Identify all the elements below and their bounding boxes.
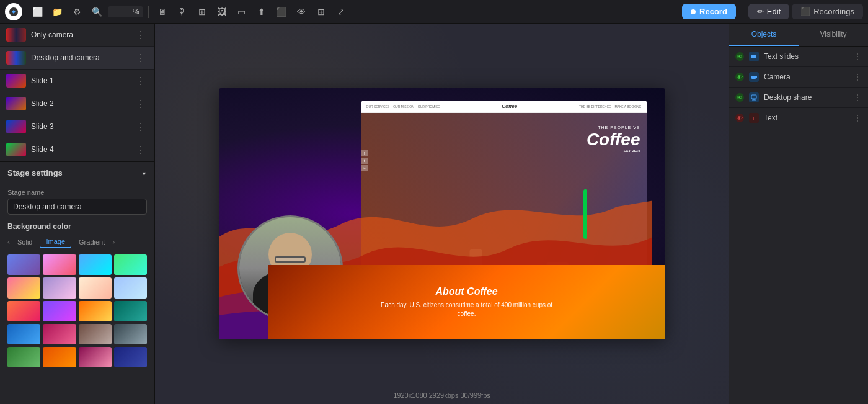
bg-tab-solid[interactable]: Solid xyxy=(11,236,38,248)
object-item-text-slides[interactable]: 👁 Text slides ⋮ xyxy=(729,47,868,67)
bg-image-10[interactable] xyxy=(43,301,76,321)
scene-thumb-slide3 xyxy=(6,120,26,133)
eye-icon-text[interactable]: 👁 xyxy=(735,114,744,122)
scene-item-slide4[interactable]: Slide 4 ⋮ xyxy=(0,138,154,161)
tool-sliders[interactable]: ⚙ xyxy=(68,3,86,20)
object-item-camera[interactable]: 👁 Camera ⋮ xyxy=(729,67,868,88)
object-menu-desktop-share[interactable]: ⋮ xyxy=(853,92,862,102)
edit-label: Edit xyxy=(767,7,781,16)
tool-expand[interactable]: ⤢ xyxy=(332,3,350,20)
nav-booking: MAKE A BOOKING xyxy=(614,105,641,109)
bg-image-11[interactable] xyxy=(79,301,112,321)
scene-item-slide3[interactable]: Slide 3 ⋮ xyxy=(0,115,154,138)
tab-visibility[interactable]: Visibility xyxy=(799,24,868,46)
bg-image-13[interactable] xyxy=(7,324,40,344)
scene-item-desktop-camera[interactable]: Desktop and camera ⋮ xyxy=(0,47,154,70)
bg-image-15[interactable] xyxy=(79,324,112,344)
tool-file[interactable]: 📁 xyxy=(48,3,66,20)
scene-dots-slide3[interactable]: ⋮ xyxy=(133,121,148,133)
object-label-text-slides: Text slides xyxy=(764,52,848,61)
tool-search[interactable]: 🔍 xyxy=(88,3,105,20)
tool-grid[interactable]: ⊞ xyxy=(312,3,330,20)
tool-select[interactable]: ⬜ xyxy=(29,3,46,20)
scene-dots-slide2[interactable]: ⋮ xyxy=(133,98,148,110)
scene-item-only-camera[interactable]: Only camera ⋮ xyxy=(0,24,154,47)
object-label-text: Text xyxy=(764,114,848,122)
tab-objects[interactable]: Objects xyxy=(729,24,799,46)
app-logo[interactable] xyxy=(5,3,22,20)
bg-prev-arrow[interactable]: ‹ xyxy=(7,238,10,246)
tool-square[interactable]: ▭ xyxy=(233,3,250,20)
object-menu-text[interactable]: ⋮ xyxy=(853,113,862,123)
tool-mic[interactable]: 🎙 xyxy=(174,3,191,20)
object-item-desktop-share[interactable]: 👁 Desktop share ⋮ xyxy=(729,88,868,108)
recordings-button[interactable]: ⬛ Recordings xyxy=(792,4,863,19)
stage-settings-panel: Stage settings Stage name Background col… xyxy=(0,161,154,404)
stage-settings-header[interactable]: Stage settings xyxy=(0,162,154,184)
bg-image-2[interactable] xyxy=(43,254,76,275)
bg-image-12[interactable] xyxy=(114,301,147,321)
scene-label-slide2: Slide 2 xyxy=(31,99,128,108)
eye-icon-camera[interactable]: 👁 xyxy=(735,73,744,81)
zoom-unit: % xyxy=(133,7,140,16)
bg-tab-gradient[interactable]: Gradient xyxy=(73,236,111,248)
toolbar-divider-1 xyxy=(148,6,149,18)
right-tabs: Objects Visibility xyxy=(729,24,868,47)
bg-image-19[interactable] xyxy=(79,347,112,367)
coffee-est: EST 2016 xyxy=(587,149,640,153)
bg-image-9[interactable] xyxy=(7,301,40,321)
bg-tab-image[interactable]: Image xyxy=(40,236,71,248)
eye-icon-desktop-share[interactable]: 👁 xyxy=(735,93,744,102)
scene-thumb-only-camera xyxy=(6,28,26,42)
tool-eye[interactable]: 👁 xyxy=(293,3,310,20)
object-icon-text-slides xyxy=(749,52,759,61)
bg-image-16[interactable] xyxy=(114,324,147,344)
stage-name-input[interactable] xyxy=(7,199,147,215)
nav-promise: OUR PROMISE xyxy=(418,105,440,109)
tool-monitor[interactable]: 🖥 xyxy=(154,3,171,20)
bg-image-1[interactable] xyxy=(7,254,40,275)
tool-layers[interactable]: ⬛ xyxy=(273,3,290,20)
left-panel: Only camera ⋮ Desktop and camera ⋮ Slide… xyxy=(0,24,155,404)
bg-next-arrow[interactable]: › xyxy=(112,238,115,246)
scene-dots-desktop-camera[interactable]: ⋮ xyxy=(133,52,148,64)
scene-item-slide1[interactable]: Slide 1 ⋮ xyxy=(0,70,154,92)
bg-image-6[interactable] xyxy=(43,277,76,298)
object-menu-text-slides[interactable]: ⋮ xyxy=(853,52,862,61)
svg-marker-3 xyxy=(756,76,757,78)
bg-tabs: ‹ Solid Image Gradient › xyxy=(7,236,147,248)
svg-rect-2 xyxy=(751,76,756,79)
bg-image-18[interactable] xyxy=(43,347,76,367)
bg-image-5[interactable] xyxy=(7,277,40,298)
tool-arrow-up[interactable]: ⬆ xyxy=(253,3,270,20)
bg-image-4[interactable] xyxy=(114,254,147,275)
bg-image-8[interactable] xyxy=(114,277,147,298)
zoom-input[interactable]: 48 xyxy=(112,7,131,16)
stage-frame[interactable]: OUR SERVICES OUR MISSION OUR PROMISE Cof… xyxy=(219,88,665,339)
bg-image-3[interactable] xyxy=(79,254,112,275)
green-indicator xyxy=(583,189,587,239)
scene-thumb-slide1 xyxy=(6,74,26,88)
object-icon-desktop-share xyxy=(749,92,759,102)
record-button[interactable]: Record xyxy=(682,4,736,19)
eye-icon-text-slides[interactable]: 👁 xyxy=(735,52,744,61)
scene-item-slide2[interactable]: Slide 2 ⋮ xyxy=(0,92,154,115)
object-menu-camera[interactable]: ⋮ xyxy=(853,72,862,82)
scene-label-desktop-camera: Desktop and camera xyxy=(31,53,128,62)
tool-layout[interactable]: ⊞ xyxy=(193,3,211,20)
nav-services: OUR SERVICES xyxy=(366,105,390,109)
scene-dots-slide1[interactable]: ⋮ xyxy=(133,75,148,87)
object-item-text[interactable]: 👁 T Text ⋮ xyxy=(729,108,868,128)
scene-dots-slide4[interactable]: ⋮ xyxy=(133,144,148,156)
bg-image-7[interactable] xyxy=(79,277,112,298)
zoom-control: 48 % xyxy=(108,6,143,17)
edit-button[interactable]: ✏ Edit xyxy=(748,4,789,19)
bg-image-14[interactable] xyxy=(43,324,76,344)
bg-image-17[interactable] xyxy=(7,347,40,367)
bg-image-20[interactable] xyxy=(114,347,147,367)
top-right-buttons: ✏ Edit ⬛ Recordings xyxy=(748,4,863,19)
right-panel: Objects Visibility 👁 Text slides ⋮ 👁 Cam… xyxy=(728,24,868,404)
tool-image[interactable]: 🖼 xyxy=(213,3,231,20)
scene-dots-only-camera[interactable]: ⋮ xyxy=(133,29,148,41)
scene-label-slide3: Slide 3 xyxy=(31,122,128,131)
